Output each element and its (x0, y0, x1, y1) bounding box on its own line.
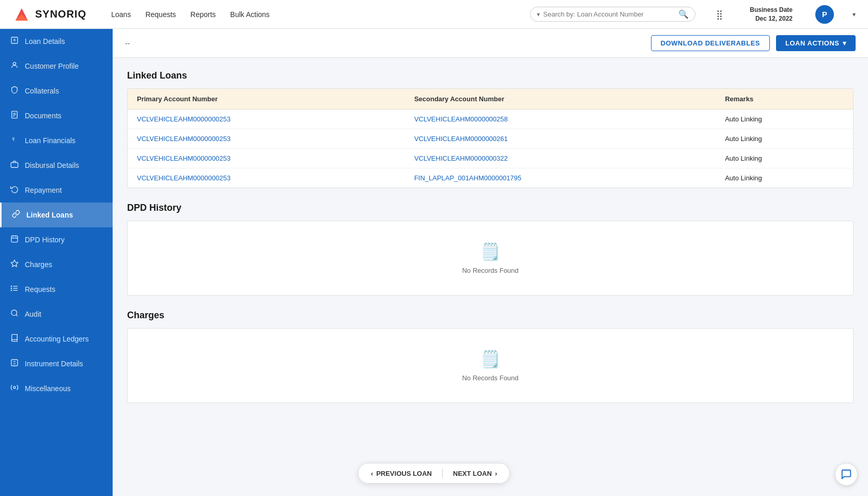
bottom-navigation: ‹ PREVIOUS LOAN NEXT LOAN › (358, 463, 510, 484)
secondary-account-link[interactable]: VCLVEHICLEAHM0000000322 (414, 154, 508, 162)
sidebar-item-documents[interactable]: Documents (0, 103, 113, 128)
svg-rect-11 (11, 163, 18, 167)
primary-account-link[interactable]: VCLVEHICLEAHM0000000253 (137, 135, 230, 143)
sidebar-item-instrument-details-label: Instrument Details (25, 360, 83, 368)
loan-actions-button[interactable]: LOAN ACTIONS ▾ (776, 35, 856, 51)
logo[interactable]: SYNORIQ (12, 5, 86, 24)
remarks-cell: Auto Linking (716, 149, 853, 168)
sidebar-item-linked-loans-label: Linked Loans (26, 211, 73, 219)
audit-icon (9, 309, 20, 319)
charges-section: Charges 🗒️ No Records Found (127, 310, 854, 403)
dpd-history-icon (9, 235, 20, 245)
grid-icon[interactable]: ⣿ (716, 9, 723, 20)
nav-loans[interactable]: Loans (111, 10, 131, 19)
secondary-account-cell: VCLVEHICLEAHM0000000261 (405, 129, 716, 149)
charges-empty-text: No Records Found (462, 374, 518, 382)
customer-profile-icon (9, 61, 20, 71)
loan-financials-icon: ₹ (9, 135, 20, 146)
chat-fab-button[interactable] (835, 463, 858, 486)
documents-icon (9, 111, 20, 121)
sidebar-item-disbursal-details-label: Disbursal Details (25, 161, 79, 169)
dpd-history-title: DPD History (127, 203, 854, 213)
secondary-account-link[interactable]: FIN_LAPLAP_001AHM0000001795 (414, 174, 521, 182)
repayment-icon (9, 185, 20, 195)
sidebar: Loan DetailsCustomer ProfileCollateralsD… (0, 29, 113, 496)
primary-account-cell: VCLVEHICLEAHM0000000253 (128, 168, 405, 188)
search-input[interactable] (543, 10, 678, 18)
charges-no-records-icon: 🗒️ (480, 349, 501, 369)
main-topbar: -- DOWNLOAD DELIVERABLES LOAN ACTIONS ▾ (113, 29, 868, 58)
table-row: VCLVEHICLEAHM0000000253VCLVEHICLEAHM0000… (128, 110, 853, 129)
svg-marker-16 (11, 260, 18, 267)
col-primary-account: Primary Account Number (128, 89, 405, 110)
sidebar-item-loan-financials[interactable]: ₹Loan Financials (0, 128, 113, 153)
instrument-details-icon (9, 359, 20, 369)
sidebar-item-requests[interactable]: Requests (0, 277, 113, 302)
linked-loans-section: Linked Loans Primary Account Number Seco… (127, 70, 854, 188)
sidebar-item-customer-profile[interactable]: Customer Profile (0, 54, 113, 79)
previous-loan-label: PREVIOUS LOAN (376, 470, 432, 477)
logo-text: SYNORIQ (35, 8, 86, 20)
secondary-account-link[interactable]: VCLVEHICLEAHM0000000258 (414, 115, 508, 123)
search-dropdown-icon[interactable]: ▾ (537, 11, 540, 18)
sidebar-item-collaterals[interactable]: Collaterals (0, 79, 113, 103)
previous-loan-button[interactable]: ‹ PREVIOUS LOAN (371, 470, 432, 477)
next-loan-label: NEXT LOAN (453, 470, 492, 477)
svg-rect-12 (11, 236, 18, 242)
next-loan-button[interactable]: NEXT LOAN › (453, 470, 497, 477)
nav-requests[interactable]: Requests (145, 10, 176, 19)
search-icon[interactable]: 🔍 (678, 9, 689, 19)
no-records-icon: 🗒️ (480, 242, 501, 261)
svg-point-23 (11, 310, 17, 316)
sidebar-item-instrument-details[interactable]: Instrument Details (0, 351, 113, 376)
sidebar-item-accounting-ledgers[interactable]: Accounting Ledgers (0, 327, 113, 351)
download-deliverables-button[interactable]: DOWNLOAD DELIVERABLES (651, 35, 770, 51)
table-row: VCLVEHICLEAHM0000000253VCLVEHICLEAHM0000… (128, 129, 853, 149)
primary-account-link[interactable]: VCLVEHICLEAHM0000000253 (137, 154, 230, 162)
linked-loans-icon (11, 210, 21, 220)
sidebar-item-disbursal-details[interactable]: Disbursal Details (0, 153, 113, 178)
charges-title: Charges (127, 310, 854, 321)
sidebar-item-linked-loans[interactable]: Linked Loans (0, 203, 113, 227)
sidebar-item-audit-label: Audit (25, 310, 41, 318)
secondary-account-link[interactable]: VCLVEHICLEAHM0000000261 (414, 135, 508, 143)
sidebar-item-repayment[interactable]: Repayment (0, 178, 113, 203)
svg-point-21 (11, 288, 11, 288)
nav-reports[interactable]: Reports (191, 10, 216, 19)
sidebar-item-collaterals-label: Collaterals (25, 87, 59, 95)
charges-icon (9, 259, 20, 270)
avatar-chevron-icon[interactable]: ▾ (853, 11, 856, 18)
sidebar-item-requests-label: Requests (25, 285, 55, 293)
sidebar-item-charges-label: Charges (25, 260, 52, 269)
svg-point-22 (11, 290, 11, 290)
dpd-history-empty: 🗒️ No Records Found (127, 221, 854, 296)
sidebar-item-charges[interactable]: Charges (0, 252, 113, 277)
primary-account-link[interactable]: VCLVEHICLEAHM0000000253 (137, 174, 230, 182)
sidebar-item-loan-financials-label: Loan Financials (25, 136, 75, 145)
sidebar-item-loan-details-label: Loan Details (25, 37, 65, 45)
avatar[interactable]: P (815, 5, 834, 24)
col-secondary-account: Secondary Account Number (405, 89, 716, 110)
nav-links: Loans Requests Reports Bulk Actions (111, 10, 270, 19)
sidebar-item-dpd-history-label: DPD History (25, 236, 65, 244)
linked-loans-title: Linked Loans (127, 70, 854, 81)
col-remarks: Remarks (716, 89, 853, 110)
secondary-account-cell: FIN_LAPLAP_001AHM0000001795 (405, 168, 716, 188)
sidebar-item-miscellaneous[interactable]: Miscellaneous (0, 376, 113, 401)
remarks-cell: Auto Linking (716, 110, 853, 129)
topbar-actions: DOWNLOAD DELIVERABLES LOAN ACTIONS ▾ (651, 35, 856, 51)
business-date: Business Date Dec 12, 2022 (750, 6, 793, 23)
breadcrumb: -- (125, 39, 130, 48)
nav-bulk-actions[interactable]: Bulk Actions (230, 10, 270, 19)
svg-text:₹: ₹ (12, 137, 15, 142)
main-content: -- DOWNLOAD DELIVERABLES LOAN ACTIONS ▾ … (113, 29, 868, 496)
sidebar-item-audit[interactable]: Audit (0, 302, 113, 327)
sidebar-item-dpd-history[interactable]: DPD History (0, 227, 113, 252)
primary-account-cell: VCLVEHICLEAHM0000000253 (128, 149, 405, 168)
primary-account-cell: VCLVEHICLEAHM0000000253 (128, 110, 405, 129)
primary-account-link[interactable]: VCLVEHICLEAHM0000000253 (137, 115, 230, 123)
linked-loans-header-row: Primary Account Number Secondary Account… (128, 89, 853, 110)
sidebar-item-loan-details[interactable]: Loan Details (0, 29, 113, 54)
dpd-history-section: DPD History 🗒️ No Records Found (127, 203, 854, 296)
svg-rect-25 (11, 360, 18, 366)
